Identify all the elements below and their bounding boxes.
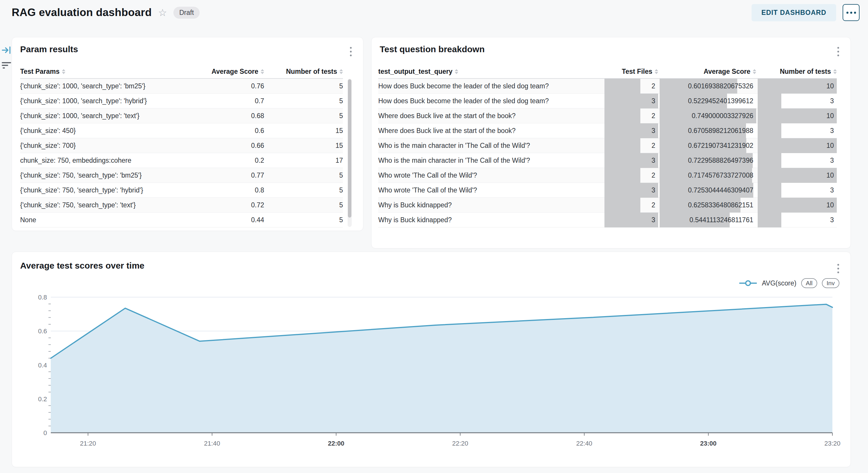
cell-number-of-tests-bar: 10 [758, 198, 837, 212]
column-header-test-params[interactable]: Test Params [20, 68, 185, 75]
cell-number-of-tests: 5 [264, 201, 343, 209]
cell-average-score-bar: 0.6016938820675326 [660, 79, 756, 94]
cell-average-score: 0.76 [185, 82, 264, 90]
table-row: Why is Buck kidnapped?20.625833648086215… [378, 198, 837, 212]
cell-query: Where does Buck live at the start of the… [378, 112, 603, 120]
table-row: {'chunk_size': 1000, 'search_type': 'hyb… [20, 94, 343, 108]
table-row: Where does Buck live at the start of the… [378, 123, 837, 138]
cell-number-of-tests-bar: 10 [758, 138, 837, 153]
cell-number-of-tests: 5 [264, 112, 343, 120]
collapse-right-icon[interactable] [2, 45, 12, 55]
cell-average-score-bar: 0.7253044446309407 [660, 183, 756, 198]
cell-number-of-tests-bar: 3 [758, 183, 837, 198]
cell-average-score-bar: 0.7229588826497396 [660, 153, 756, 168]
cell-number-of-tests: 15 [264, 127, 343, 135]
question-breakdown-panel: Test question breakdown test_output_test… [371, 37, 851, 248]
cell-average-score-bar: 0.7174576733727008 [660, 168, 756, 183]
sort-icon [833, 69, 837, 74]
column-header-average-score[interactable]: Average Score [185, 68, 264, 75]
cell-number-of-tests-bar: 3 [758, 94, 837, 108]
y-axis-tick-label: 0.4 [38, 362, 47, 369]
sort-icon [62, 69, 65, 74]
sort-icon [753, 69, 756, 74]
scores-over-time-chart[interactable]: 00.20.40.60.821:2021:4022:0022:2022:4023… [12, 252, 850, 467]
cell-average-score-bar: 0.6705898212061988 [660, 123, 756, 138]
cell-number-of-tests-bar: 3 [758, 123, 837, 138]
cell-query: Who wrote 'The Call of the Wild'? [378, 187, 603, 194]
cell-average-score: 0.2 [185, 157, 264, 165]
dot [854, 12, 856, 14]
cell-average-score: 0.6 [185, 127, 264, 135]
y-axis-tick-label: 0.6 [38, 328, 47, 335]
cell-test-files-bar: 3 [604, 153, 658, 168]
x-axis-tick-label: 23:20 [824, 440, 840, 447]
scrollbar-track[interactable] [348, 79, 352, 227]
cell-average-score-bar: 0.6721907341231902 [660, 138, 756, 153]
column-header-number-of-tests[interactable]: Number of tests [264, 68, 343, 75]
cell-number-of-tests: 15 [264, 142, 343, 149]
cell-query: Where does Buck live at the start of the… [378, 127, 603, 135]
table-row: How does Buck become the leader of the s… [378, 79, 837, 94]
cell-average-score: 0.68 [185, 112, 264, 120]
cell-test-files-bar: 3 [604, 183, 658, 198]
cell-number-of-tests: 5 [264, 216, 343, 224]
sort-icon [455, 69, 458, 74]
scrollbar-thumb[interactable] [348, 79, 351, 217]
dot [846, 12, 848, 14]
cell-test-params: {'chunk_size': 750, 'search_type': 'text… [20, 201, 185, 209]
filter-icon[interactable] [2, 61, 12, 70]
panel-title: Param results [20, 44, 78, 54]
left-rail [2, 45, 12, 70]
edit-dashboard-button[interactable]: EDIT DASHBOARD [751, 4, 836, 21]
cell-number-of-tests-bar: 3 [758, 153, 837, 168]
column-header-test-files[interactable]: Test Files [604, 68, 658, 75]
cell-test-files-bar: 2 [604, 198, 658, 212]
series-area [51, 304, 832, 433]
table-row: chunk_size: 750, embeddings:cohere0.217 [20, 153, 343, 168]
cell-test-params: None [20, 216, 185, 224]
header: RAG evaluation dashboard ☆ Draft EDIT DA… [0, 0, 868, 25]
kebab-menu-icon[interactable] [835, 45, 841, 58]
table-row: Where does Buck live at the start of the… [378, 108, 837, 123]
cell-query: Why is Buck kidnapped? [378, 216, 603, 224]
cell-number-of-tests-bar: 10 [758, 168, 837, 183]
chart-panel: Average test scores over time AVG(score)… [12, 252, 851, 467]
column-header-query[interactable]: test_output_test_query [378, 68, 603, 75]
x-axis-tick-label: 22:00 [328, 440, 344, 447]
kebab-menu-icon[interactable] [348, 45, 354, 58]
cell-number-of-tests: 5 [264, 82, 343, 90]
sort-icon [260, 69, 264, 74]
cell-number-of-tests: 5 [264, 171, 343, 179]
cell-number-of-tests-bar: 10 [758, 108, 837, 123]
x-axis-tick-label: 22:20 [452, 440, 468, 447]
param-results-panel: Param results Test Params Average Score … [12, 37, 363, 231]
cell-average-score: 0.72 [185, 201, 264, 209]
cell-query: How does Buck become the leader of the s… [378, 82, 603, 90]
cell-test-files-bar: 3 [604, 94, 658, 108]
cell-test-params: {'chunk_size': 1000, 'search_type': 'bm2… [20, 82, 185, 90]
sort-icon [339, 69, 343, 74]
dot [850, 12, 852, 14]
table-row: {'chunk_size': 450}0.615 [20, 123, 343, 138]
param-table-body: {'chunk_size': 1000, 'search_type': 'bm2… [20, 78, 343, 228]
cell-test-params: {'chunk_size': 1000, 'search_type': 'hyb… [20, 97, 185, 105]
cell-average-score-bar: 0.749000003327926 [660, 108, 756, 123]
table-row: {'chunk_size': 1000, 'search_type': 'tex… [20, 108, 343, 123]
cell-average-score-bar: 0.5441113246811761 [660, 212, 756, 228]
table-row: Who wrote 'The Call of the Wild'?20.7174… [378, 168, 837, 183]
star-icon[interactable]: ☆ [158, 8, 167, 18]
column-header-number-of-tests[interactable]: Number of tests [758, 68, 837, 75]
table-row: How does Buck become the leader of the s… [378, 94, 837, 108]
cell-number-of-tests: 17 [264, 157, 343, 165]
table-row: {'chunk_size': 750, 'search_type': 'text… [20, 198, 343, 212]
column-header-average-score[interactable]: Average Score [660, 68, 756, 75]
x-axis-tick-label: 21:40 [204, 440, 220, 447]
cell-average-score-bar: 0.6258336480862151 [660, 198, 756, 212]
cell-query: How does Buck become the leader of the s… [378, 97, 603, 105]
cell-average-score: 0.77 [185, 171, 264, 179]
table-row: Why is Buck kidnapped?30.544111324681176… [378, 212, 837, 228]
cell-query: Who is the main character in 'The Call o… [378, 157, 603, 165]
cell-query: Who is the main character in 'The Call o… [378, 142, 603, 149]
cell-number-of-tests: 5 [264, 97, 343, 105]
header-more-button[interactable] [843, 4, 860, 21]
